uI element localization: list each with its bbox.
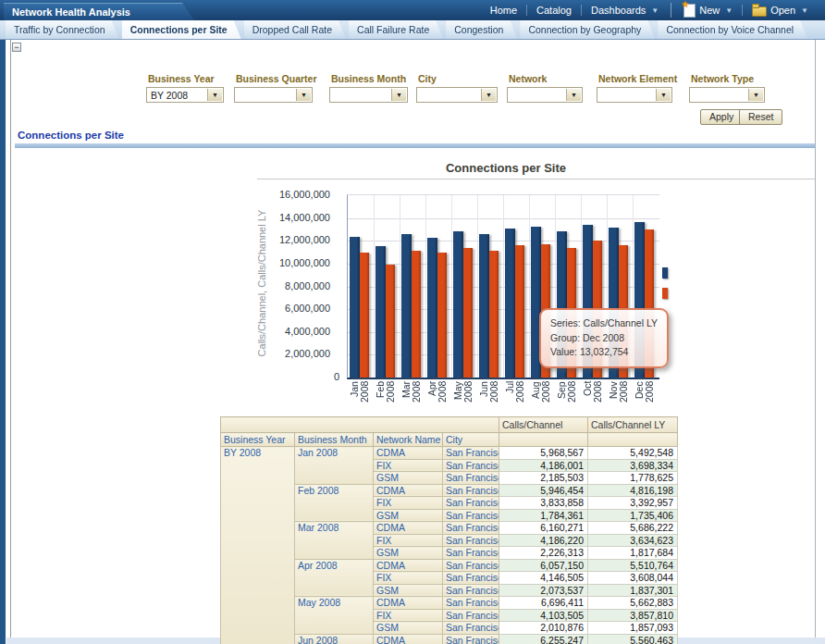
- cell-network-name[interactable]: CDMA: [374, 484, 443, 497]
- dropdown-arrow-icon[interactable]: ▼: [207, 89, 222, 101]
- cell-calls-channel-ly: 1,735,406: [588, 509, 678, 522]
- cell-city[interactable]: San Francisco: [443, 547, 499, 560]
- bar-calls-channel-ly-mar-2008[interactable]: [412, 251, 421, 378]
- chart-title: Connections per Site: [257, 161, 755, 175]
- column-header-business-year[interactable]: Business Year: [221, 433, 295, 447]
- cell-city[interactable]: San Francisco: [443, 597, 499, 610]
- cell-network-name[interactable]: GSM: [374, 547, 443, 560]
- bar-calls-channel-mar-2008[interactable]: [401, 234, 412, 378]
- cell-calls-channel: 5,946,454: [499, 484, 588, 497]
- cell-network-name[interactable]: FIX: [374, 609, 443, 622]
- cell-business-month[interactable]: Mar 2008: [295, 522, 374, 560]
- cell-city[interactable]: San Francisco: [443, 484, 499, 497]
- menu-open[interactable]: Open▼: [743, 4, 818, 17]
- cell-city[interactable]: San Francisco: [443, 584, 499, 597]
- cell-network-name[interactable]: FIX: [374, 497, 443, 510]
- cell-city[interactable]: San Francisco: [443, 447, 499, 460]
- cell-network-name[interactable]: CDMA: [374, 559, 443, 572]
- cell-business-month[interactable]: Feb 2008: [295, 484, 374, 522]
- cell-city[interactable]: San Francisco: [443, 509, 499, 522]
- cell-network-name[interactable]: GSM: [374, 472, 443, 485]
- bar-calls-channel-may-2008[interactable]: [453, 231, 463, 378]
- cell-city[interactable]: San Francisco: [443, 497, 499, 510]
- cell-city[interactable]: San Francisco: [443, 622, 499, 635]
- cell-network-name[interactable]: FIX: [374, 459, 443, 472]
- tab-call-failure-rate[interactable]: Call Failure Rate: [349, 20, 443, 39]
- column-header-calls-channel[interactable]: Calls/Channel: [499, 417, 588, 433]
- collapse-pane-icon[interactable]: −: [12, 43, 21, 52]
- y-axis-tick: 8,000,000: [257, 280, 330, 291]
- cell-business-month[interactable]: May 2008: [295, 597, 374, 635]
- menu-home-label: Home: [490, 5, 517, 16]
- cell-network-name[interactable]: GSM: [374, 622, 443, 635]
- cell-city[interactable]: San Francisco: [443, 522, 499, 535]
- cell-business-month[interactable]: Apr 2008: [295, 559, 374, 597]
- tab-connection-by-geography[interactable]: Connection by Geography: [520, 20, 655, 39]
- brand-tab[interactable]: Network Health Analysis: [4, 3, 194, 20]
- cell-network-name[interactable]: FIX: [374, 534, 443, 547]
- column-header-city[interactable]: City: [443, 433, 499, 447]
- menu-catalog[interactable]: Catalog: [527, 5, 581, 16]
- cell-city[interactable]: San Francisco: [443, 634, 499, 644]
- tab-connection-by-voice-channel[interactable]: Connection by Voice Channel: [658, 20, 807, 39]
- menu-open-label: Open: [770, 5, 795, 16]
- tab-dropped-call-rate[interactable]: Dropped Call Rate: [244, 20, 346, 39]
- reset-button[interactable]: Reset: [739, 109, 782, 125]
- tab-connections-per-site[interactable]: Connections per Site: [122, 20, 241, 39]
- dropdown-arrow-icon[interactable]: ▼: [748, 89, 763, 101]
- dropdown-arrow-icon[interactable]: ▼: [481, 89, 496, 101]
- cell-business-month[interactable]: Jan 2008: [295, 447, 374, 485]
- gridline: [503, 195, 504, 378]
- bar-calls-channel-ly-feb-2008[interactable]: [386, 265, 395, 378]
- bar-calls-channel-ly-may-2008[interactable]: [463, 248, 473, 378]
- cell-network-name[interactable]: CDMA: [374, 634, 443, 644]
- column-header-business-month[interactable]: Business Month: [295, 433, 374, 447]
- column-header-calls-channel-ly[interactable]: Calls/Channel LY: [588, 417, 678, 433]
- cell-business-year[interactable]: BY 2008: [221, 447, 295, 644]
- cell-network-name[interactable]: FIX: [374, 572, 443, 585]
- bar-calls-channel-ly-jul-2008[interactable]: [515, 245, 524, 378]
- dropdown-business-year[interactable]: BY 2008▼: [146, 87, 224, 103]
- bar-calls-channel-ly-apr-2008[interactable]: [437, 253, 447, 378]
- cell-network-name[interactable]: CDMA: [374, 597, 443, 610]
- bar-calls-channel-ly-jun-2008[interactable]: [489, 251, 499, 378]
- y-axis-tick: 12,000,000: [257, 234, 330, 245]
- dropdown-arrow-icon[interactable]: ▼: [391, 89, 406, 101]
- tab-congestion[interactable]: Congestion: [446, 20, 517, 39]
- bar-calls-channel-jul-2008[interactable]: [505, 229, 515, 378]
- dropdown-arrow-icon[interactable]: ▼: [566, 89, 581, 101]
- dropdown-arrow-icon[interactable]: ▼: [296, 89, 311, 101]
- bar-calls-channel-jun-2008[interactable]: [479, 234, 489, 378]
- bar-calls-channel-apr-2008[interactable]: [427, 238, 437, 378]
- tab-traffic-by-connection[interactable]: Traffic by Connection: [6, 20, 119, 39]
- menu-dashboards[interactable]: Dashboards▼: [582, 5, 668, 16]
- y-axis-tick: 0: [257, 371, 339, 382]
- bar-calls-channel-ly-jan-2008[interactable]: [360, 253, 369, 378]
- cell-city[interactable]: San Francisco: [443, 459, 499, 472]
- menu-new[interactable]: ★New▼: [674, 4, 742, 18]
- cell-network-name[interactable]: GSM: [374, 509, 443, 522]
- cell-city[interactable]: San Francisco: [443, 534, 499, 547]
- y-axis-tick: 2,000,000: [257, 348, 330, 359]
- bar-calls-channel-feb-2008[interactable]: [376, 246, 386, 378]
- dropdown-city[interactable]: ▼: [416, 87, 498, 103]
- bar-calls-channel-jan-2008[interactable]: [350, 237, 360, 378]
- apply-button[interactable]: Apply: [700, 109, 743, 125]
- cell-network-name[interactable]: CDMA: [374, 522, 443, 535]
- dropdown-network[interactable]: ▼: [507, 87, 583, 103]
- cell-city[interactable]: San Francisco: [443, 559, 499, 572]
- cell-city[interactable]: San Francisco: [443, 609, 499, 622]
- column-header-network-name[interactable]: Network Name: [374, 433, 443, 447]
- cell-city[interactable]: San Francisco: [443, 572, 499, 585]
- cell-network-name[interactable]: GSM: [374, 584, 443, 597]
- dropdown-business-month[interactable]: ▼: [329, 87, 408, 103]
- dropdown-network-type[interactable]: ▼: [689, 87, 765, 103]
- cell-city[interactable]: San Francisco: [443, 472, 499, 485]
- cell-network-name[interactable]: CDMA: [374, 447, 443, 460]
- dropdown-business-quarter[interactable]: ▼: [234, 87, 313, 103]
- cell-business-month[interactable]: Jun 2008: [295, 634, 374, 644]
- dropdown-arrow-icon[interactable]: ▼: [656, 89, 671, 101]
- chevron-down-icon: ▼: [651, 6, 659, 15]
- dropdown-network-element[interactable]: ▼: [597, 87, 672, 103]
- menu-home[interactable]: Home: [481, 5, 526, 16]
